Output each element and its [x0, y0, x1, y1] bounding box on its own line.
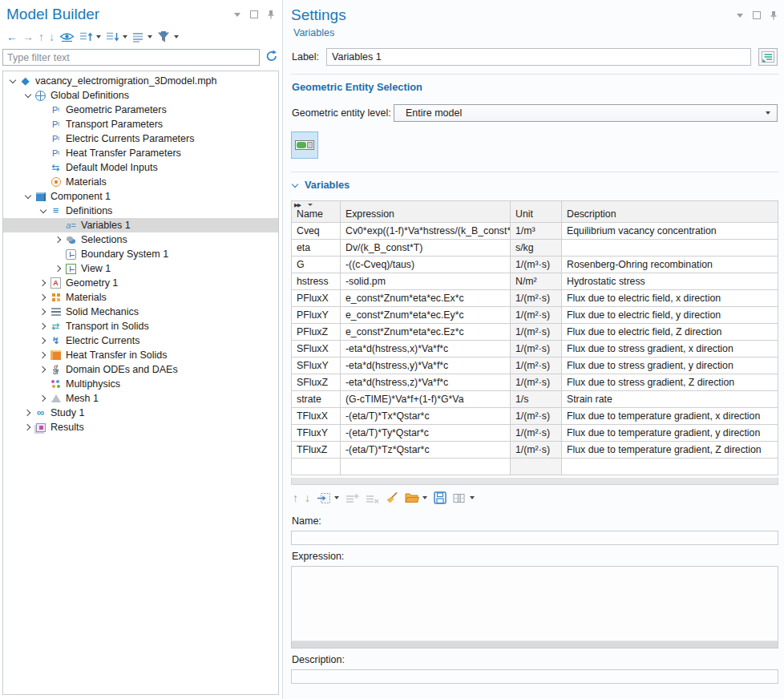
description-cell[interactable]: Flux due to temperature gradient, Z dire… — [562, 442, 778, 459]
tree-expander-icon[interactable] — [53, 233, 64, 246]
tree-item-transport-in-solids[interactable]: ⇄Transport in Solids — [3, 319, 278, 333]
tree-item-global-definitions[interactable]: Global Definitions — [3, 88, 278, 103]
float-window-icon[interactable] — [249, 10, 259, 19]
panel-menu-icon[interactable] — [735, 10, 745, 20]
tree-expander-icon[interactable] — [38, 305, 49, 318]
name-cell[interactable]: PFluxY — [292, 307, 341, 324]
tree-item-materials[interactable]: Materials — [3, 290, 278, 305]
collapse-all-button[interactable] — [79, 31, 101, 42]
description-cell[interactable]: Flux due to stress gradient, Z direction — [562, 374, 778, 391]
forward-button[interactable]: → — [22, 31, 34, 42]
unit-cell[interactable]: 1/(m²·s) — [511, 442, 562, 459]
unit-cell[interactable] — [511, 459, 562, 475]
expression-cell[interactable]: -eta*d(hstress,z)*Va*f*c — [341, 374, 511, 391]
tree-item-component-1[interactable]: Component 1 — [3, 189, 278, 204]
clear-table-broom-button[interactable] — [386, 491, 398, 504]
expression-horizontal-scrollbar[interactable] — [291, 640, 778, 648]
name-cell[interactable]: G — [292, 257, 341, 273]
expression-cell[interactable]: Dv/(k_B_const*T) — [341, 240, 511, 257]
expression-cell[interactable]: -(eta/T)*Tz*Qstar*c — [341, 442, 511, 459]
tree-item-boundary-system-1[interactable]: Boundary System 1 — [3, 247, 278, 261]
unit-cell[interactable]: 1/(m²·s) — [511, 425, 562, 442]
unit-cell[interactable]: 1/(m²·s) — [511, 374, 562, 391]
tree-item-definitions[interactable]: ≡Definitions — [3, 204, 278, 218]
tree-expander-icon[interactable] — [22, 190, 34, 203]
expression-textarea[interactable] — [291, 566, 778, 640]
add-expression-button-disabled[interactable] — [346, 493, 359, 503]
unit-cell[interactable]: 1/m³ — [511, 223, 562, 240]
tree-expander-icon[interactable] — [22, 406, 34, 419]
description-cell[interactable]: Equilibrium vacancy concentration — [562, 223, 778, 240]
settings-subtitle-link[interactable]: Variables — [291, 25, 778, 38]
expression-cell[interactable] — [341, 459, 511, 475]
description-input[interactable] — [291, 669, 778, 684]
expand-all-button[interactable] — [106, 31, 127, 42]
name-cell[interactable]: hstress — [292, 273, 341, 290]
expression-cell[interactable]: e_const*Znum*eta*ec.Ex*c — [341, 290, 511, 307]
description-cell[interactable]: Flux due to stress gradient, x direction — [562, 341, 778, 358]
name-cell[interactable]: SFluxX — [292, 341, 341, 358]
description-cell[interactable]: Flux due to temperature gradient, y dire… — [562, 425, 778, 442]
unit-cell[interactable]: 1/(m²·s) — [511, 307, 562, 324]
tree-expander-icon[interactable] — [38, 277, 49, 289]
float-window-icon[interactable] — [752, 10, 762, 20]
name-cell[interactable]: TFluxX — [292, 408, 341, 425]
tree-expander-icon[interactable] — [38, 349, 49, 362]
unit-cell[interactable]: 1/(m²·s) — [511, 341, 562, 358]
tree-expander-icon[interactable] — [38, 291, 49, 304]
tree-expander-icon[interactable] — [38, 392, 49, 405]
tree-item-solid-mechanics[interactable]: Solid Mechanics — [3, 305, 278, 319]
pin-icon[interactable] — [769, 10, 778, 20]
refresh-icon[interactable] — [265, 50, 278, 65]
description-cell[interactable] — [562, 459, 778, 475]
filter-funnel-button[interactable] — [157, 31, 179, 43]
back-button[interactable]: ← — [6, 31, 18, 42]
tree-item-electric-currents[interactable]: ↯Electric Currents — [3, 333, 278, 348]
name-input[interactable] — [291, 531, 778, 545]
name-cell[interactable]: TFluxY — [292, 425, 341, 442]
rename-button[interactable] — [758, 48, 778, 66]
description-cell[interactable] — [562, 240, 778, 257]
expression-cell[interactable]: (G-cTIME)*Va*f+(1-f)*G*Va — [341, 391, 511, 408]
section-collapse-icon[interactable] — [292, 182, 298, 188]
pin-icon[interactable] — [266, 10, 276, 19]
move-down-button[interactable]: ↓ — [49, 31, 55, 42]
tree-item-domain-odes-and-daes[interactable]: ddtDomain ODEs and DAEs — [3, 362, 278, 377]
tree-item-multiphysics[interactable]: Multiphysics — [3, 377, 278, 391]
description-cell[interactable]: Flux due to electric field, Z direction — [562, 324, 778, 341]
table-horizontal-scrollbar[interactable] — [291, 478, 778, 485]
tree-expander-icon[interactable] — [38, 334, 49, 347]
load-from-file-button[interactable] — [405, 492, 427, 503]
tree-item-electric-currents-parameters[interactable]: PiElectric Currents Parameters — [3, 131, 278, 146]
expression-cell[interactable]: e_const*Znum*eta*ec.Ez*c — [341, 324, 511, 341]
delete-row-button-disabled[interactable] — [366, 493, 379, 503]
description-cell[interactable]: Hydrostatic stress — [562, 273, 778, 290]
description-cell[interactable]: Strain rate — [562, 391, 778, 408]
expression-cell[interactable]: -(eta/T)*Tx*Qstar*c — [341, 408, 511, 425]
panel-menu-icon[interactable] — [232, 10, 242, 19]
tree-expander-icon[interactable] — [22, 89, 34, 102]
label-input[interactable] — [326, 48, 751, 66]
tree-item-transport-parameters[interactable]: PiTransport Parameters — [3, 117, 278, 131]
row-up-button[interactable]: ↑ — [293, 492, 298, 503]
tree-item-materials[interactable]: Materials — [3, 175, 278, 189]
name-cell[interactable]: SFluxZ — [292, 374, 341, 391]
expression-cell[interactable]: -eta*d(hstress,x)*Va*f*c — [341, 341, 511, 358]
expression-cell[interactable]: -(eta/T)*Ty*Qstar*c — [341, 425, 511, 442]
expression-cell[interactable]: -solid.pm — [341, 273, 511, 290]
description-cell[interactable]: Rosenberg-Ohring recombination — [562, 257, 778, 273]
description-cell[interactable]: Flux due to electric field, x direction — [562, 290, 778, 307]
tree-expander-icon[interactable] — [53, 262, 64, 275]
move-to-button[interactable] — [317, 492, 339, 504]
tree-item-geometric-parameters[interactable]: PiGeometric Parameters — [3, 103, 278, 117]
tree-expander-icon[interactable] — [38, 363, 49, 376]
name-cell[interactable]: strate — [292, 391, 341, 408]
tree-item-vacancy-electromigration-3dmodel-mph[interactable]: ◆vacancy_electromigration_3Dmodel.mph — [3, 74, 278, 88]
tree-item-mesh-1[interactable]: Mesh 1 — [3, 391, 278, 406]
name-cell[interactable]: SFluxY — [292, 358, 341, 374]
tree-item-view-1[interactable]: View 1 — [3, 261, 278, 276]
node-text-button[interactable] — [132, 32, 152, 42]
unit-cell[interactable]: N/m² — [511, 273, 562, 290]
expression-cell[interactable]: -((c-Cveq)/taus) — [341, 257, 511, 273]
expression-cell[interactable]: -eta*d(hstress,y)*Va*f*c — [341, 358, 511, 374]
